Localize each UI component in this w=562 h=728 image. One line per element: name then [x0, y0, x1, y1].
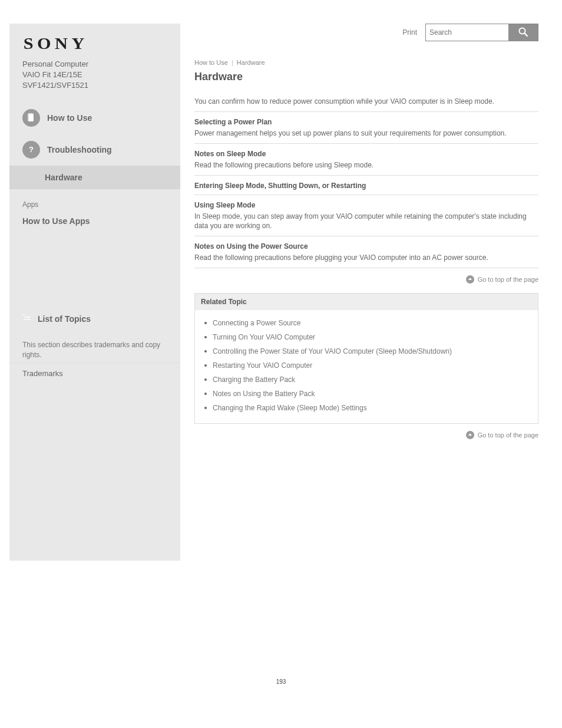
svg-text:?: ?	[29, 145, 34, 154]
divider	[194, 143, 538, 144]
topic-title: Selecting a Power Plan	[194, 118, 538, 126]
divider	[194, 111, 538, 112]
go-to-top-link[interactable]: Go to top of the page	[194, 275, 538, 284]
related-topic-link[interactable]: Charging the Battery Pack	[202, 373, 531, 387]
svg-rect-3	[23, 314, 25, 315]
sidebar-item-label: Hardware	[45, 173, 82, 182]
topic-item[interactable]: Entering Sleep Mode, Shutting Down, or R…	[194, 182, 538, 190]
page-number: 193	[0, 678, 562, 703]
svg-rect-5	[27, 317, 30, 318]
sidebar-item-troubleshooting[interactable]: ? Troubleshooting	[9, 134, 180, 166]
svg-rect-4	[24, 317, 26, 318]
svg-rect-6	[24, 319, 26, 320]
breadcrumb-link[interactable]: Hardware	[237, 59, 265, 66]
print-link[interactable]: Print	[402, 28, 417, 37]
related-topic-link[interactable]: Controlling the Power State of Your VAIO…	[202, 344, 531, 358]
related-topics-box: Related Topic Connecting a Power Source …	[194, 293, 538, 424]
sidebar-apps-title: How to Use Apps	[22, 214, 167, 226]
related-topics-list: Connecting a Power Source Turning On You…	[202, 316, 531, 415]
related-topic-link[interactable]: Notes on Using the Battery Pack	[202, 387, 531, 401]
topic-title: Using Sleep Mode	[194, 201, 538, 209]
sidebar-item-hardware[interactable]: Hardware	[9, 166, 180, 189]
sidebar-item-label: List of Topics	[38, 312, 91, 324]
sidebar-item-list-of-topics[interactable]: List of Topics	[9, 229, 180, 330]
sidebar-apps-intro: Apps	[9, 189, 180, 212]
search-input[interactable]	[426, 24, 508, 41]
topic-desc: Read the following precautions before us…	[194, 160, 538, 170]
product-name: Personal Computer VAIO Fit 14E/15E SVF14…	[9, 59, 180, 102]
sidebar-item-how-to-use[interactable]: How to Use	[9, 102, 180, 134]
related-topic-link[interactable]: Changing the Rapid Wake (Sleep Mode) Set…	[202, 401, 531, 415]
manual-icon	[22, 109, 40, 127]
topic-desc: Power management helps you set up power …	[194, 129, 538, 139]
go-to-top-label: Go to top of the page	[478, 431, 538, 439]
svg-rect-7	[27, 319, 30, 320]
product-model: SVF1421/SVF1521	[22, 81, 88, 90]
product-category: Personal Computer	[22, 60, 88, 68]
go-to-top-link[interactable]: Go to top of the page	[194, 431, 538, 439]
main-content: Print How to Use | Hardware Hardware You…	[194, 24, 538, 561]
related-topic-link[interactable]: Connecting a Power Source	[202, 316, 531, 330]
search-icon	[518, 27, 528, 39]
topic-desc: Read the following precautions before pl…	[194, 253, 538, 263]
topic-item[interactable]: Using Sleep Mode In Sleep mode, you can …	[194, 201, 538, 232]
topic-item[interactable]: Selecting a Power Plan Power management …	[194, 118, 538, 139]
breadcrumb: How to Use | Hardware	[194, 59, 538, 66]
help-icon: ?	[22, 141, 40, 159]
search-button[interactable]	[508, 24, 538, 41]
sidebar-link-trademarks[interactable]: Trademarks	[9, 363, 180, 384]
list-icon	[22, 313, 31, 323]
topic-title: Notes on Sleep Mode	[194, 150, 538, 158]
go-to-top-label: Go to top of the page	[478, 276, 538, 283]
arrow-up-icon	[466, 275, 474, 284]
sidebar-item-label: How to Use	[47, 113, 92, 123]
breadcrumb-separator: |	[232, 59, 233, 66]
sidebar-item-label: Troubleshooting	[47, 145, 112, 154]
divider	[194, 175, 538, 176]
topic-item[interactable]: Notes on Sleep Mode Read the following p…	[194, 150, 538, 170]
related-topics-heading: Related Topic	[195, 294, 538, 310]
page-intro: You can confirm how to reduce power cons…	[194, 96, 538, 107]
divider	[194, 268, 538, 268]
product-series: VAIO Fit 14E/15E	[22, 70, 82, 79]
divider	[194, 195, 538, 195]
divider	[194, 236, 538, 236]
topic-title: Entering Sleep Mode, Shutting Down, or R…	[194, 182, 538, 190]
brand-logo: SONY	[9, 34, 194, 59]
top-bar: Print	[194, 24, 538, 41]
sidebar: SONY Personal Computer VAIO Fit 14E/15E …	[9, 24, 180, 561]
breadcrumb-link[interactable]: How to Use	[194, 59, 228, 66]
page-title: Hardware	[194, 71, 538, 83]
topic-title: Notes on Using the Power Source	[194, 242, 538, 251]
sidebar-trademarks-notice: This section describes trademarks and co…	[9, 330, 180, 363]
topic-desc: In Sleep mode, you can step away from yo…	[194, 212, 538, 232]
svg-line-9	[525, 33, 528, 36]
related-topic-link[interactable]: Turning On Your VAIO Computer	[202, 330, 531, 344]
search-box	[425, 24, 538, 41]
topic-item[interactable]: Notes on Using the Power Source Read the…	[194, 242, 538, 263]
related-topic-link[interactable]: Restarting Your VAIO Computer	[202, 358, 531, 373]
arrow-up-icon	[466, 431, 474, 439]
